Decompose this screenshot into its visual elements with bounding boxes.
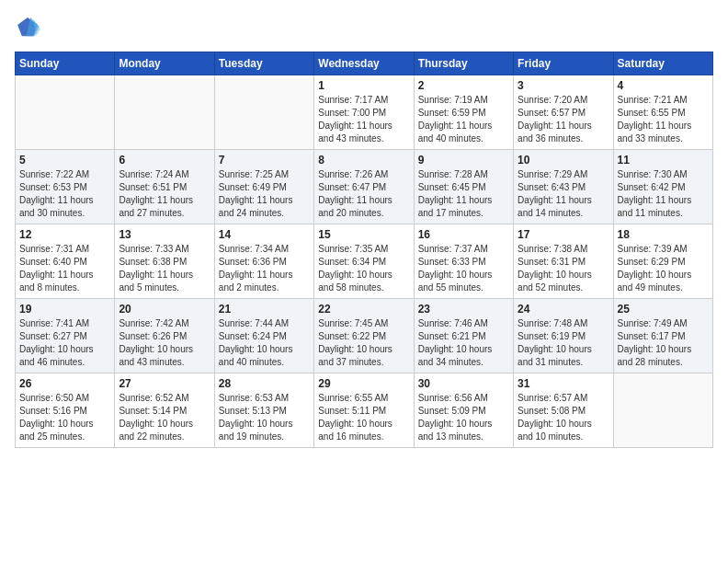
day-info: Sunrise: 6:53 AM Sunset: 5:13 PM Dayligh… [219, 392, 310, 443]
day-of-week-header: Thursday [414, 52, 513, 75]
day-info: Sunrise: 7:30 AM Sunset: 6:42 PM Dayligh… [618, 168, 709, 220]
calendar-day-cell: 16Sunrise: 7:37 AM Sunset: 6:33 PM Dayli… [414, 224, 513, 299]
calendar-day-cell: 15Sunrise: 7:35 AM Sunset: 6:34 PM Dayli… [314, 224, 414, 299]
day-info: Sunrise: 7:21 AM Sunset: 6:55 PM Dayligh… [618, 94, 709, 145]
day-number: 20 [119, 303, 210, 316]
day-number: 25 [618, 303, 709, 316]
calendar-day-cell: 29Sunrise: 6:55 AM Sunset: 5:11 PM Dayli… [314, 373, 414, 448]
calendar-day-cell: 27Sunrise: 6:52 AM Sunset: 5:14 PM Dayli… [115, 373, 214, 448]
day-number: 7 [219, 154, 310, 167]
day-info: Sunrise: 6:52 AM Sunset: 5:14 PM Dayligh… [119, 392, 210, 443]
day-info: Sunrise: 7:44 AM Sunset: 6:24 PM Dayligh… [219, 317, 310, 369]
day-info: Sunrise: 7:39 AM Sunset: 6:29 PM Dayligh… [618, 243, 709, 294]
day-number: 12 [19, 228, 110, 241]
day-info: Sunrise: 7:38 AM Sunset: 6:31 PM Dayligh… [518, 243, 609, 294]
day-number: 6 [119, 154, 210, 167]
day-number: 3 [518, 79, 609, 92]
calendar-day-cell: 19Sunrise: 7:41 AM Sunset: 6:27 PM Dayli… [16, 299, 115, 373]
day-info: Sunrise: 7:22 AM Sunset: 6:53 PM Dayligh… [19, 168, 110, 220]
day-number: 15 [318, 228, 409, 241]
day-info: Sunrise: 6:56 AM Sunset: 5:09 PM Dayligh… [418, 392, 509, 443]
day-info: Sunrise: 7:31 AM Sunset: 6:40 PM Dayligh… [19, 243, 110, 294]
calendar-week-row: 12Sunrise: 7:31 AM Sunset: 6:40 PM Dayli… [16, 224, 713, 299]
day-number: 2 [418, 79, 509, 92]
calendar-day-cell: 14Sunrise: 7:34 AM Sunset: 6:36 PM Dayli… [214, 224, 313, 299]
day-number: 29 [318, 377, 409, 390]
day-of-week-header: Friday [514, 52, 613, 75]
calendar-day-cell: 3Sunrise: 7:20 AM Sunset: 6:57 PM Daylig… [514, 75, 613, 150]
day-number: 11 [618, 154, 709, 167]
calendar-day-cell: 1Sunrise: 7:17 AM Sunset: 7:00 PM Daylig… [314, 75, 414, 150]
calendar-day-cell: 25Sunrise: 7:49 AM Sunset: 6:17 PM Dayli… [613, 299, 712, 373]
calendar-day-cell: 7Sunrise: 7:25 AM Sunset: 6:49 PM Daylig… [214, 150, 313, 224]
day-number: 16 [418, 228, 509, 241]
calendar-day-cell [16, 75, 115, 150]
day-info: Sunrise: 7:48 AM Sunset: 6:19 PM Dayligh… [518, 317, 609, 369]
calendar-day-cell: 10Sunrise: 7:29 AM Sunset: 6:43 PM Dayli… [514, 150, 613, 224]
calendar-day-cell: 24Sunrise: 7:48 AM Sunset: 6:19 PM Dayli… [514, 299, 613, 373]
day-number: 27 [119, 377, 210, 390]
day-number: 10 [518, 154, 609, 167]
day-info: Sunrise: 7:45 AM Sunset: 6:22 PM Dayligh… [318, 317, 409, 369]
day-number: 13 [119, 228, 210, 241]
calendar-day-cell: 12Sunrise: 7:31 AM Sunset: 6:40 PM Dayli… [16, 224, 115, 299]
calendar-day-cell: 6Sunrise: 7:24 AM Sunset: 6:51 PM Daylig… [115, 150, 214, 224]
calendar-day-cell: 28Sunrise: 6:53 AM Sunset: 5:13 PM Dayli… [214, 373, 313, 448]
day-number: 30 [418, 377, 509, 390]
calendar-day-cell: 30Sunrise: 6:56 AM Sunset: 5:09 PM Dayli… [414, 373, 513, 448]
day-number: 31 [518, 377, 609, 390]
day-number: 19 [19, 303, 110, 316]
calendar-week-row: 19Sunrise: 7:41 AM Sunset: 6:27 PM Dayli… [16, 299, 713, 373]
calendar-week-row: 5Sunrise: 7:22 AM Sunset: 6:53 PM Daylig… [16, 150, 713, 224]
calendar-day-cell: 31Sunrise: 6:57 AM Sunset: 5:08 PM Dayli… [514, 373, 613, 448]
calendar-day-cell [115, 75, 214, 150]
day-info: Sunrise: 7:17 AM Sunset: 7:00 PM Dayligh… [318, 94, 409, 145]
day-number: 28 [219, 377, 310, 390]
calendar-day-cell [613, 373, 712, 448]
calendar-day-cell [214, 75, 313, 150]
day-info: Sunrise: 7:29 AM Sunset: 6:43 PM Dayligh… [518, 168, 609, 220]
day-info: Sunrise: 7:34 AM Sunset: 6:36 PM Dayligh… [219, 243, 310, 294]
calendar-day-cell: 9Sunrise: 7:28 AM Sunset: 6:45 PM Daylig… [414, 150, 513, 224]
calendar-body: 1Sunrise: 7:17 AM Sunset: 7:00 PM Daylig… [16, 75, 713, 448]
logo-icon [15, 15, 40, 40]
calendar-day-cell: 5Sunrise: 7:22 AM Sunset: 6:53 PM Daylig… [16, 150, 115, 224]
day-info: Sunrise: 6:57 AM Sunset: 5:08 PM Dayligh… [518, 392, 609, 443]
calendar-week-row: 1Sunrise: 7:17 AM Sunset: 7:00 PM Daylig… [16, 75, 713, 150]
day-info: Sunrise: 7:37 AM Sunset: 6:33 PM Dayligh… [418, 243, 509, 294]
calendar-week-row: 26Sunrise: 6:50 AM Sunset: 5:16 PM Dayli… [16, 373, 713, 448]
day-of-week-header: Monday [115, 52, 214, 75]
day-number: 22 [318, 303, 409, 316]
day-number: 21 [219, 303, 310, 316]
day-info: Sunrise: 7:19 AM Sunset: 6:59 PM Dayligh… [418, 94, 509, 145]
day-number: 24 [518, 303, 609, 316]
page-header [15, 15, 713, 40]
day-number: 14 [219, 228, 310, 241]
calendar-day-cell: 11Sunrise: 7:30 AM Sunset: 6:42 PM Dayli… [613, 150, 712, 224]
calendar-day-cell: 8Sunrise: 7:26 AM Sunset: 6:47 PM Daylig… [314, 150, 414, 224]
day-info: Sunrise: 7:46 AM Sunset: 6:21 PM Dayligh… [418, 317, 509, 369]
day-number: 4 [618, 79, 709, 92]
calendar-day-cell: 26Sunrise: 6:50 AM Sunset: 5:16 PM Dayli… [16, 373, 115, 448]
day-number: 26 [19, 377, 110, 390]
day-of-week-header: Sunday [16, 52, 115, 75]
day-info: Sunrise: 7:20 AM Sunset: 6:57 PM Dayligh… [518, 94, 609, 145]
calendar-day-cell: 22Sunrise: 7:45 AM Sunset: 6:22 PM Dayli… [314, 299, 414, 373]
calendar-day-cell: 20Sunrise: 7:42 AM Sunset: 6:26 PM Dayli… [115, 299, 214, 373]
day-number: 9 [418, 154, 509, 167]
day-number: 1 [318, 79, 409, 92]
day-of-week-header: Saturday [613, 52, 712, 75]
calendar-day-cell: 18Sunrise: 7:39 AM Sunset: 6:29 PM Dayli… [613, 224, 712, 299]
day-info: Sunrise: 7:41 AM Sunset: 6:27 PM Dayligh… [19, 317, 110, 369]
day-info: Sunrise: 7:49 AM Sunset: 6:17 PM Dayligh… [618, 317, 709, 369]
calendar-table: SundayMondayTuesdayWednesdayThursdayFrid… [15, 52, 713, 448]
calendar-day-cell: 2Sunrise: 7:19 AM Sunset: 6:59 PM Daylig… [414, 75, 513, 150]
day-info: Sunrise: 7:33 AM Sunset: 6:38 PM Dayligh… [119, 243, 210, 294]
day-info: Sunrise: 7:24 AM Sunset: 6:51 PM Dayligh… [119, 168, 210, 220]
calendar-day-cell: 13Sunrise: 7:33 AM Sunset: 6:38 PM Dayli… [115, 224, 214, 299]
calendar-day-cell: 23Sunrise: 7:46 AM Sunset: 6:21 PM Dayli… [414, 299, 513, 373]
day-info: Sunrise: 7:42 AM Sunset: 6:26 PM Dayligh… [119, 317, 210, 369]
day-info: Sunrise: 7:25 AM Sunset: 6:49 PM Dayligh… [219, 168, 310, 220]
day-number: 17 [518, 228, 609, 241]
calendar-day-cell: 4Sunrise: 7:21 AM Sunset: 6:55 PM Daylig… [613, 75, 712, 150]
